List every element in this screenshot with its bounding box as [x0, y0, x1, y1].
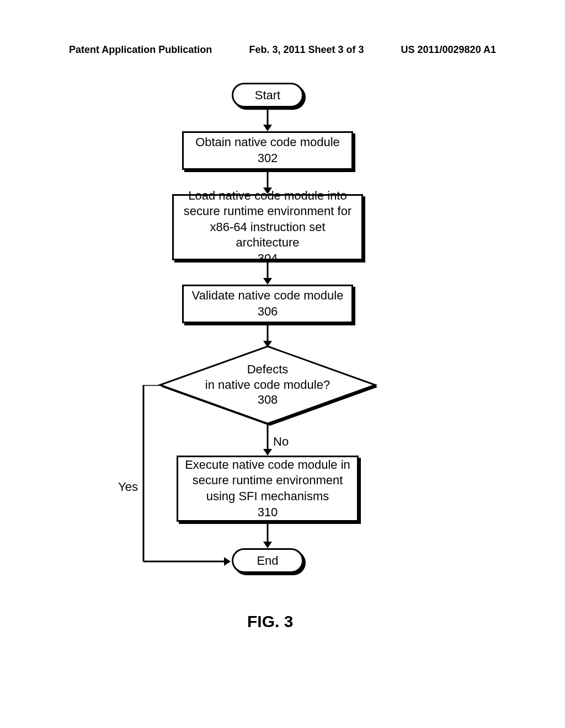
page-header: Patent Application Publication Feb. 3, 2… — [0, 44, 565, 56]
arrow-306-308 — [262, 325, 273, 349]
flowchart-canvas: Start Obtain native code module 302 Load… — [0, 83, 565, 645]
edge-yes-label: Yes — [118, 480, 138, 494]
arrow-310-end — [262, 524, 273, 549]
yes-text: Yes — [118, 480, 138, 494]
edge-no-label: No — [273, 435, 289, 449]
end-label: End — [257, 554, 278, 568]
header-right: US 2011/0029820 A1 — [401, 44, 496, 56]
process-306: Validate native code module 306 — [182, 285, 353, 323]
end-terminator: End — [232, 548, 303, 573]
decision-308-num: 308 — [258, 393, 278, 406]
svg-marker-5 — [263, 278, 272, 285]
process-310-num: 310 — [258, 505, 278, 521]
process-304: Load native code module into secure runt… — [172, 194, 363, 260]
arrow-308-310 — [262, 424, 273, 457]
svg-marker-1 — [263, 125, 272, 131]
header-center: Feb. 3, 2011 Sheet 3 of 3 — [249, 44, 364, 56]
process-306-text: Validate native code module — [192, 288, 344, 304]
process-306-num: 306 — [258, 304, 278, 320]
start-terminator: Start — [232, 83, 303, 108]
process-304-text: Load native code module into secure runt… — [178, 188, 357, 251]
arrow-304-306 — [262, 263, 273, 286]
figure-label: FIG. 3 — [247, 612, 293, 631]
svg-marker-14 — [263, 542, 272, 548]
figure-label-text: FIG. 3 — [247, 612, 293, 630]
process-302: Obtain native code module 302 — [182, 131, 353, 170]
start-label: Start — [255, 88, 280, 103]
arrow-start-302 — [262, 109, 273, 132]
svg-marker-12 — [263, 449, 272, 456]
no-text: No — [273, 435, 289, 448]
arrow-yes-path — [138, 385, 237, 567]
svg-marker-18 — [224, 557, 231, 566]
header-left: Patent Application Publication — [69, 44, 212, 56]
process-302-num: 302 — [258, 151, 278, 167]
process-302-text: Obtain native code module — [195, 135, 340, 151]
